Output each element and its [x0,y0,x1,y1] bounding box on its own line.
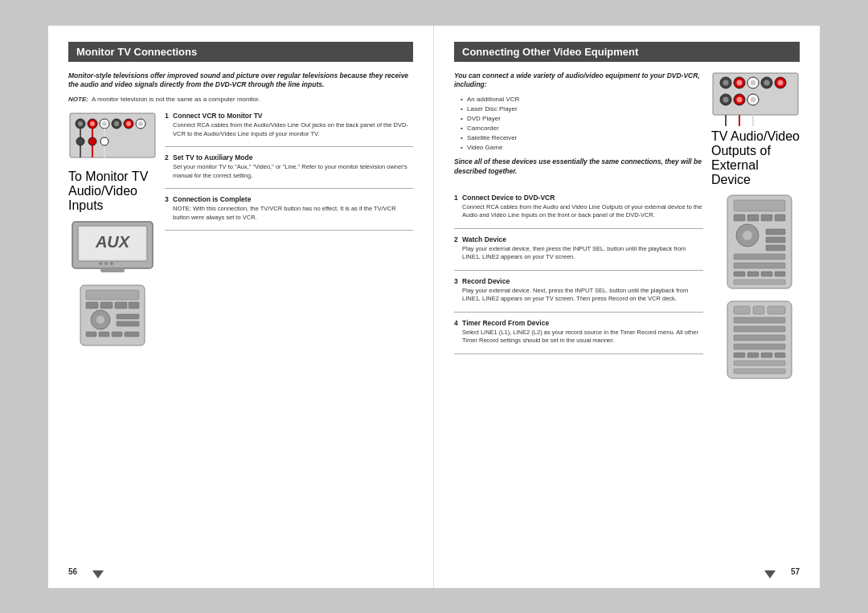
bullet-2: Laser Disc Player [461,104,703,114]
back-panel-svg [68,112,157,166]
svg-rect-80 [734,306,750,314]
left-page-number: 56 [68,567,77,576]
right-step-1: 1 Connect Device to DVD-VCR Connect RCA … [454,194,703,220]
svg-point-45 [737,80,743,85]
right-step-2-title-text: Watch Device [462,235,506,243]
bullet-1: An additional VCR [461,95,703,104]
svg-rect-65 [761,215,772,221]
right-intro: You can connect a wide variety of audio/… [454,72,703,91]
left-content-area: To Monitor TV Audio/Video Inputs AUX [68,112,413,351]
note-body: A monitor television is not the same as … [92,96,260,103]
left-image-1: To Monitor TV Audio/Video Inputs [68,112,157,213]
svg-rect-38 [99,332,109,337]
right-image-3 [719,300,800,383]
bullet-3: DVD Player [461,114,703,124]
svg-point-47 [751,80,756,85]
svg-point-4 [90,121,95,126]
left-step-1-title-text: Connect VCR to Monitor TV [173,112,262,120]
right-step-2-body: Play your external device, then press th… [454,245,703,262]
divider-3 [165,230,413,231]
left-step-2-num: 2 [165,153,169,161]
svg-point-55 [737,96,743,102]
svg-rect-63 [734,215,745,221]
right-step-3: 3 Record Device Play your external devic… [454,277,703,304]
left-panel: Monitor TV Connections Monitor-style tel… [48,26,434,588]
left-image-2: AUX [68,219,157,277]
bullet-5: Satellite Receiver [461,133,703,143]
svg-point-18 [100,137,108,145]
left-step-2-title-text: Set TV to Auxiliary Mode [173,153,252,161]
svg-point-16 [76,137,84,145]
svg-rect-74 [734,272,745,276]
svg-rect-28 [86,290,139,300]
right-since-text: Since all of these devices use essential… [454,157,703,177]
right-step-4-title: 4 Timer Record From Device [454,319,703,327]
controller-svg [68,284,157,348]
svg-rect-70 [766,237,785,243]
right-step-3-body: Play your external device. Next, press t… [454,287,703,304]
svg-point-17 [88,137,96,145]
right-step-4-num: 4 [454,319,458,327]
svg-rect-23 [100,268,125,272]
left-images-column: To Monitor TV Audio/Video Inputs AUX [68,112,157,351]
svg-rect-40 [125,332,139,337]
right-triangle-icon [764,570,776,578]
svg-rect-66 [775,215,785,221]
right-step-2-num: 2 [454,235,458,243]
left-step-1-body: Connect RCA cables from the Audio/Video … [165,121,413,138]
right-page-number: 57 [791,567,800,576]
right-step-1-title: 1 Connect Device to DVD-VCR [454,194,703,202]
right-images-column [711,194,800,383]
right-remote-svg [719,194,800,290]
right-remote2-svg [719,300,800,380]
left-step-3-body: NOTE: With this connection, the TV/VCR b… [165,205,413,222]
right-intro-text: You can connect a wide variety of audio/… [454,72,700,89]
svg-point-68 [743,231,752,240]
svg-point-26 [110,262,113,265]
right-content-area: 1 Connect Device to DVD-VCR Connect RCA … [454,194,800,383]
svg-rect-82 [768,306,785,314]
left-section-header: Monitor TV Connections [68,42,413,62]
bullet-4: Camcorder [461,124,703,133]
left-image-3 [68,284,157,351]
right-image1-caption: TV Audio/Video Outputs of External Devic… [711,129,800,187]
left-text-column: 1 Connect VCR to Monitor TV Connect RCA … [165,112,413,351]
svg-rect-86 [734,344,785,349]
right-step-3-title-text: Record Device [462,277,510,285]
svg-rect-29 [86,302,98,309]
svg-rect-81 [753,306,764,314]
right-step-2: 2 Watch Device Play your external device… [454,235,703,262]
left-step-1-num: 1 [165,112,169,120]
left-step-2-title: 2 Set TV to Auxiliary Mode [165,153,413,161]
svg-rect-39 [112,332,122,337]
left-step-1: 1 Connect VCR to Monitor TV Connect RCA … [165,112,413,138]
svg-rect-62 [734,200,785,211]
right-bullets: An additional VCR Laser Disc Player DVD … [454,95,703,153]
right-text-column: 1 Connect Device to DVD-VCR Connect RCA … [454,194,703,383]
svg-rect-89 [761,353,772,358]
divider-2 [165,188,413,189]
svg-point-51 [778,80,784,85]
svg-rect-73 [734,263,785,268]
svg-rect-37 [86,332,96,337]
svg-point-34 [96,316,104,324]
right-step-3-num: 3 [454,277,458,285]
svg-rect-83 [734,317,785,323]
svg-rect-64 [747,215,759,221]
svg-rect-72 [734,254,785,260]
right-step-4: 4 Timer Record From Device Select LINE1 … [454,319,703,345]
svg-rect-75 [747,272,759,276]
left-step-2-body: Set your monitor TV to "Aux," "Video," o… [165,163,413,180]
right-step-4-title-text: Timer Record From Device [462,319,549,327]
svg-rect-85 [734,335,785,341]
svg-point-57 [751,96,756,102]
svg-rect-78 [734,280,785,284]
left-intro: Monitor-style televisions offer improved… [68,72,413,91]
bullet-6: Video Game [461,143,703,153]
right-back-panel-svg [711,72,800,126]
svg-rect-91 [734,361,785,366]
right-image-1: TV Audio/Video Outputs of External Devic… [711,72,800,187]
svg-point-10 [126,121,131,126]
svg-rect-35 [117,314,139,319]
right-divider-4 [454,353,703,354]
